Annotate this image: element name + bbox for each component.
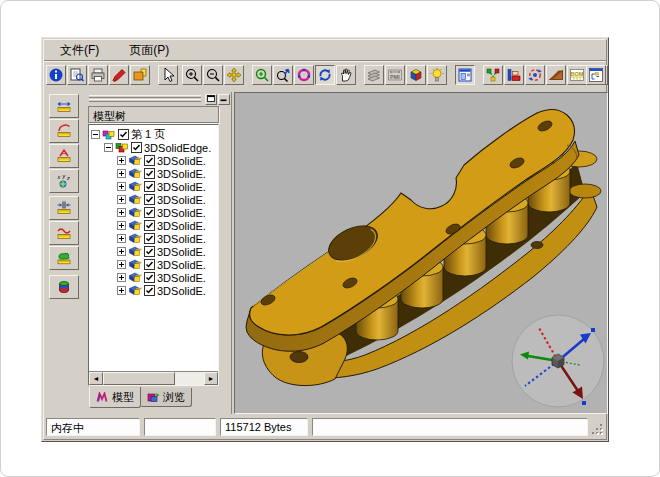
tree-row-assembly[interactable]: 3DSolidEdge. [91,141,218,154]
assembly-node-icon [115,142,129,153]
measure-distance-button[interactable] [49,94,79,118]
structure-tree-button[interactable] [586,65,606,85]
measure-angle-button[interactable] [49,144,79,168]
layers-button[interactable] [364,65,384,85]
checkbox-checked[interactable] [131,142,142,153]
checkbox-checked[interactable] [118,129,129,140]
pan-hand-icon [338,67,354,83]
expand-icon[interactable] [117,221,126,230]
tree-row-part[interactable]: 3DSolidE. [91,193,218,206]
expand-icon[interactable] [117,273,126,282]
rotate-view-button[interactable] [294,65,314,85]
bom-button[interactable]: BOM [567,65,587,85]
checkbox-checked[interactable] [144,194,155,205]
move-part-button[interactable] [504,65,524,85]
tree-row-part[interactable]: 3DSolidE. [91,206,218,219]
bottom-plate-hole [531,242,543,249]
tree-label: 3DSolidE. [157,155,206,167]
checkbox-checked[interactable] [144,246,155,257]
scrollbar-track[interactable] [103,372,204,385]
tree-label: 3DSolidE. [157,233,206,245]
checkbox-checked[interactable] [144,220,155,231]
measure-volume-button[interactable] [49,275,79,299]
print-preview-button[interactable] [67,65,87,85]
panel-hide-button[interactable] [218,94,230,105]
tree-row-part[interactable]: 3DSolidE. [91,154,218,167]
collapse-icon[interactable] [104,143,113,152]
tab-browse[interactable]: 浏览 [140,388,192,407]
checkbox-checked[interactable] [144,155,155,166]
checkbox-checked[interactable] [144,233,155,244]
menu-file[interactable]: 文件(F) [56,40,103,61]
info-button[interactable] [46,65,66,85]
checkbox-checked[interactable] [144,285,155,296]
zoom-dynamic-button[interactable] [273,65,293,85]
explode-button[interactable] [483,65,503,85]
collapse-icon[interactable] [91,130,100,139]
pmi-button[interactable]: PMI [385,65,405,85]
measure-radius-button[interactable] [49,119,79,143]
part-node-icon [128,233,142,244]
light-button[interactable] [427,65,447,85]
tree-row-part[interactable]: 3DSolidE. [91,219,218,232]
zoom-out-icon [205,67,221,83]
tree-row-part[interactable]: 3DSolidE. [91,271,218,284]
expand-icon[interactable] [117,234,126,243]
scrollbar-thumb[interactable] [103,372,175,385]
export-button[interactable] [130,65,150,85]
measure-area-button[interactable] [49,246,79,270]
part-node-icon [128,207,142,218]
resize-grip-icon[interactable] [590,422,604,436]
explode-icon [485,67,501,83]
tab-model[interactable]: 模型 [89,387,141,408]
tree-row-part[interactable]: 3DSolidE. [91,258,218,271]
menu-page[interactable]: 页面(P) [125,40,173,61]
zoom-in-button[interactable] [182,65,202,85]
animation-button[interactable] [525,65,545,85]
expand-icon[interactable] [117,182,126,191]
scroll-left-arrow-icon[interactable]: ◄ [89,372,103,385]
tree-row-part[interactable]: 3DSolidE. [91,180,218,193]
pan-hand-button[interactable] [336,65,356,85]
panel-drag-grip[interactable] [89,95,201,104]
measure-curve-length-button[interactable] [49,221,79,245]
status-memory: 内存中 [46,418,140,436]
select-button[interactable] [158,65,178,85]
section-button[interactable] [546,65,566,85]
measure-coordinate-button[interactable]: xyz [49,169,79,193]
view-cube-button[interactable] [406,65,426,85]
model-tree-panel-button[interactable] [455,65,475,85]
viewport-3d[interactable] [234,92,608,414]
expand-icon[interactable] [117,208,126,217]
tree-horizontal-scrollbar[interactable]: ◄ ► [89,371,218,385]
measure-coordinate-icon: xyz [55,173,73,189]
tree-row-part[interactable]: 3DSolidE. [91,284,218,297]
spin-button[interactable] [315,65,335,85]
zoom-window-button[interactable] [252,65,272,85]
print-button[interactable] [88,65,108,85]
expand-icon[interactable] [117,247,126,256]
expand-icon[interactable] [117,156,126,165]
checkbox-checked[interactable] [144,168,155,179]
markup-button[interactable] [109,65,129,85]
checkbox-checked[interactable] [144,259,155,270]
tree-row-part[interactable]: 3DSolidE. [91,232,218,245]
pan-button[interactable] [224,65,244,85]
part-node-icon [128,194,142,205]
checkbox-checked[interactable] [144,181,155,192]
zoom-out-button[interactable] [203,65,223,85]
measure-min-distance-button[interactable] [49,196,79,220]
info-icon [48,67,64,83]
expand-icon[interactable] [117,195,126,204]
tree-row-page[interactable]: 第 1 页 [91,128,218,141]
tree-row-part[interactable]: 3DSolidE. [91,245,218,258]
panel-float-button[interactable] [205,94,217,105]
expand-icon[interactable] [117,286,126,295]
expand-icon[interactable] [117,260,126,269]
checkbox-checked[interactable] [144,207,155,218]
scroll-right-arrow-icon[interactable]: ► [204,372,218,385]
tree-row-part[interactable]: 3DSolidE. [91,167,218,180]
checkbox-checked[interactable] [144,272,155,283]
expand-icon[interactable] [117,169,126,178]
axis-trackball[interactable] [512,315,604,407]
